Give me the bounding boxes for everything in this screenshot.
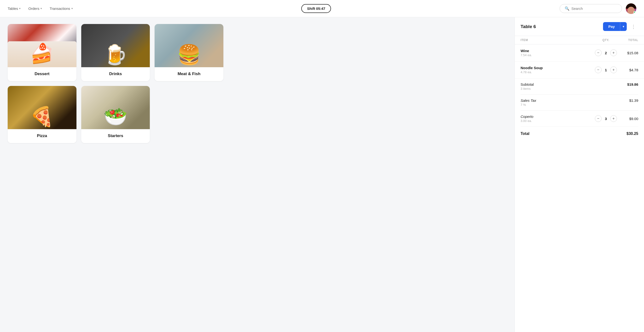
nav-transactions[interactable]: Transactions ▾: [50, 7, 72, 11]
wine-decrease-button[interactable]: −: [595, 50, 602, 56]
nav-tables[interactable]: Tables ▾: [8, 7, 20, 11]
coperto-price: 3.00 ea.: [520, 119, 593, 123]
dessert-label: Dessert: [8, 67, 76, 81]
coperto-decrease-button[interactable]: −: [595, 115, 602, 122]
sales-tax-sublabel: 7 %: [520, 103, 536, 107]
noodle-soup-increase-button[interactable]: +: [610, 67, 617, 73]
drinks-label: Drinks: [81, 67, 150, 81]
coperto-total: $9.00: [619, 117, 638, 121]
drinks-image: [81, 24, 150, 67]
search-input[interactable]: [572, 7, 617, 11]
col-qty-header: QTY.: [593, 38, 619, 42]
coperto-qty-control: − 3 +: [593, 115, 619, 122]
sales-tax-row: Sales Tax 7 % $1.39: [520, 95, 638, 111]
online-dot: [634, 11, 636, 14]
total-label: Total: [520, 131, 530, 136]
pay-btn-group: Pay ▾: [603, 22, 627, 31]
nav-orders[interactable]: Orders ▾: [28, 7, 42, 11]
coperto-row: Coperto 3.00 ea. − 3 + $9.00: [520, 111, 638, 127]
coperto-qty: 3: [604, 117, 608, 121]
nav-orders-chevron: ▾: [40, 7, 42, 10]
search-bar: 🔍: [560, 4, 622, 13]
avatar[interactable]: [626, 3, 636, 14]
sales-tax-label: Sales Tax: [520, 98, 536, 102]
meat-fish-label: Meat & Fish: [154, 67, 223, 81]
order-panel: Table 6 Pay ▾ ⋮ ITEM QTY. TOTAL Wine 7.5…: [514, 17, 644, 332]
noodle-soup-info: Noodle Soup 4.78 ea.: [520, 66, 593, 74]
noodle-soup-qty: 1: [604, 68, 608, 72]
dessert-image: [8, 24, 76, 67]
nav-tables-label: Tables: [8, 7, 18, 11]
pizza-image: [8, 86, 76, 129]
pay-button[interactable]: Pay: [603, 22, 620, 31]
table-title: Table 6: [520, 24, 536, 29]
more-options-button[interactable]: ⋮: [629, 23, 638, 31]
total-value: $30.25: [626, 131, 638, 136]
category-meat-fish[interactable]: Meat & Fish: [154, 24, 223, 81]
menu-section: Dessert Drinks Meat & Fish Pizza Starter…: [0, 17, 514, 332]
subtotal-row: Subtotal 3 items $19.86: [520, 79, 638, 95]
category-drinks[interactable]: Drinks: [81, 24, 150, 81]
main-content: Dessert Drinks Meat & Fish Pizza Starter…: [0, 17, 644, 332]
header: Tables ▾ Orders ▾ Transactions ▾ Shift 0…: [0, 0, 644, 17]
noodle-soup-total: $4.78: [619, 68, 638, 72]
category-pizza[interactable]: Pizza: [8, 86, 76, 143]
sales-tax-label-group: Sales Tax 7 %: [520, 98, 536, 107]
wine-qty: 2: [604, 51, 608, 55]
col-item-header: ITEM: [520, 38, 593, 42]
coperto-label: Coperto: [520, 114, 593, 119]
subtotal-label-group: Subtotal 3 items: [520, 82, 534, 90]
noodle-soup-price: 4.78 ea.: [520, 70, 593, 74]
subtotal-sublabel: 3 items: [520, 87, 534, 90]
wine-price: 7.54 ea.: [520, 53, 593, 57]
order-columns-header: ITEM QTY. TOTAL: [515, 36, 644, 44]
subtotal-value: $19.86: [627, 82, 638, 86]
pizza-label: Pizza: [8, 129, 76, 143]
wine-increase-button[interactable]: +: [610, 50, 617, 56]
noodle-soup-decrease-button[interactable]: −: [595, 67, 602, 73]
wine-name: Wine: [520, 49, 593, 53]
wine-total: $15.08: [619, 51, 638, 55]
pay-dropdown-button[interactable]: ▾: [620, 22, 627, 31]
nav-transactions-chevron: ▾: [72, 7, 73, 10]
category-starters[interactable]: Starters: [81, 86, 150, 143]
menu-grid: Dessert Drinks Meat & Fish Pizza Starter…: [8, 24, 223, 143]
total-row: Total $30.25: [520, 127, 638, 141]
search-icon: 🔍: [565, 6, 570, 11]
col-total-header: TOTAL: [619, 38, 638, 42]
sales-tax-value: $1.39: [629, 98, 638, 102]
summary-section: Subtotal 3 items $19.86 Sales Tax 7 % $1…: [515, 79, 644, 141]
shift-badge[interactable]: Shift 05:47: [301, 4, 331, 13]
starters-label: Starters: [81, 129, 150, 143]
nav-left: Tables ▾ Orders ▾ Transactions ▾: [8, 7, 73, 11]
noodle-soup-name: Noodle Soup: [520, 66, 593, 70]
noodle-soup-qty-control: − 1 +: [593, 67, 619, 73]
order-item-wine: Wine 7.54 ea. − 2 + $15.08: [515, 44, 644, 61]
wine-qty-control: − 2 +: [593, 50, 619, 56]
order-header: Table 6 Pay ▾ ⋮: [515, 17, 644, 36]
nav-orders-label: Orders: [28, 7, 39, 11]
nav-tables-chevron: ▾: [19, 7, 20, 10]
order-header-actions: Pay ▾ ⋮: [603, 22, 638, 31]
starters-image: [81, 86, 150, 129]
wine-info: Wine 7.54 ea.: [520, 49, 593, 57]
category-dessert[interactable]: Dessert: [8, 24, 76, 81]
nav-transactions-label: Transactions: [50, 7, 70, 11]
header-right: 🔍: [560, 3, 636, 14]
order-item-noodle-soup: Noodle Soup 4.78 ea. − 1 + $4.78: [515, 61, 644, 79]
subtotal-label: Subtotal: [520, 82, 534, 86]
coperto-label-group: Coperto 3.00 ea.: [520, 114, 593, 123]
meat-fish-image: [154, 24, 223, 67]
coperto-increase-button[interactable]: +: [610, 115, 617, 122]
